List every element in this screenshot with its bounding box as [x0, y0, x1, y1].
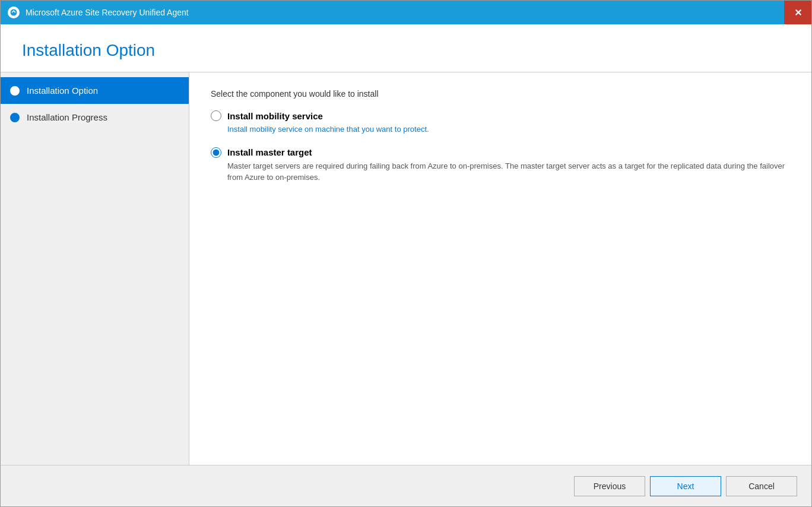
cancel-button[interactable]: Cancel [726, 476, 797, 496]
option-item-mobility-service: Install mobility service Install mobilit… [211, 110, 790, 135]
page-title: Installation Option [22, 41, 790, 60]
option-desc-master-target: Master target servers are required durin… [227, 160, 790, 183]
sidebar-item-installation-option[interactable]: Installation Option [1, 77, 189, 104]
option-label-mobility-service: Install mobility service [227, 111, 323, 121]
sidebar-dot-installation-option [10, 86, 20, 96]
option-label-master-target: Install master target [227, 147, 312, 157]
title-bar-left: Microsoft Azure Site Recovery Unified Ag… [8, 7, 189, 18]
svg-point-0 [10, 9, 17, 16]
sidebar-label-installation-option: Installation Option [27, 85, 98, 96]
option-desc-mobility-service: Install mobility service on machine that… [227, 123, 790, 135]
option-group: Install mobility service Install mobilit… [211, 110, 790, 195]
title-bar: Microsoft Azure Site Recovery Unified Ag… [1, 1, 811, 24]
option-item-master-target: Install master target Master target serv… [211, 147, 790, 183]
next-button[interactable]: Next [650, 476, 721, 496]
sidebar-dot-installation-progress [10, 113, 20, 122]
page-header: Installation Option [1, 24, 811, 72]
sidebar: Installation Option Installation Progres… [1, 72, 189, 465]
instruction-text: Select the component you would like to i… [211, 89, 790, 99]
application-window: Microsoft Azure Site Recovery Unified Ag… [0, 0, 812, 507]
radio-master-target[interactable] [211, 147, 221, 158]
option-row-master-target: Install master target [211, 147, 790, 158]
footer: Previous Next Cancel [1, 465, 811, 506]
main-content: Select the component you would like to i… [189, 72, 811, 465]
app-icon [8, 7, 20, 18]
window-title: Microsoft Azure Site Recovery Unified Ag… [26, 8, 189, 17]
radio-mobility-service[interactable] [211, 110, 221, 121]
previous-button[interactable]: Previous [574, 476, 645, 496]
sidebar-label-installation-progress: Installation Progress [27, 112, 107, 122]
content-area: Installation Option Installation Progres… [1, 72, 811, 465]
close-button[interactable]: ✕ [784, 1, 811, 24]
option-row-mobility: Install mobility service [211, 110, 790, 121]
sidebar-item-installation-progress[interactable]: Installation Progress [1, 104, 189, 131]
